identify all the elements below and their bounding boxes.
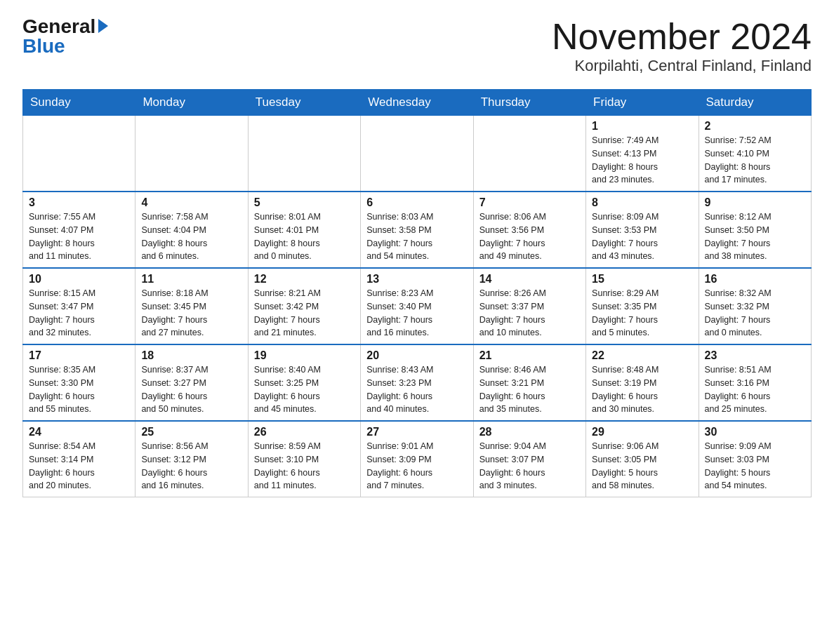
calendar-day-cell [23,116,135,192]
logo-general-text: General [22,17,95,36]
weekday-header-monday: Monday [135,90,248,116]
weekday-header-saturday: Saturday [699,90,811,116]
day-number: 23 [705,349,805,362]
day-info: Sunrise: 8:26 AM Sunset: 3:37 PM Dayligh… [479,287,580,340]
day-info: Sunrise: 8:06 AM Sunset: 3:56 PM Dayligh… [479,210,580,263]
day-number: 11 [141,273,241,286]
calendar-day-cell: 3Sunrise: 7:55 AM Sunset: 4:07 PM Daylig… [23,192,135,268]
calendar-day-cell: 17Sunrise: 8:35 AM Sunset: 3:30 PM Dayli… [23,344,135,421]
page-header: General Blue November 2024 Korpilahti, C… [22,17,812,75]
calendar-day-cell [473,116,585,192]
calendar-week-row: 1Sunrise: 7:49 AM Sunset: 4:13 PM Daylig… [23,116,812,192]
day-info: Sunrise: 8:29 AM Sunset: 3:35 PM Dayligh… [592,287,692,340]
day-info: Sunrise: 8:48 AM Sunset: 3:19 PM Dayligh… [592,363,692,416]
day-number: 14 [479,273,580,286]
calendar-day-cell: 13Sunrise: 8:23 AM Sunset: 3:40 PM Dayli… [361,268,473,344]
day-number: 19 [254,349,355,362]
day-number: 1 [592,120,692,133]
calendar-day-cell: 9Sunrise: 8:12 AM Sunset: 3:50 PM Daylig… [699,192,811,268]
day-info: Sunrise: 8:18 AM Sunset: 3:45 PM Dayligh… [141,287,241,340]
weekday-header-friday: Friday [586,90,699,116]
day-number: 6 [366,196,467,209]
calendar-table: SundayMondayTuesdayWednesdayThursdayFrid… [22,89,812,497]
day-info: Sunrise: 8:35 AM Sunset: 3:30 PM Dayligh… [29,363,129,416]
calendar-day-cell: 8Sunrise: 8:09 AM Sunset: 3:53 PM Daylig… [586,192,699,268]
calendar-day-cell: 6Sunrise: 8:03 AM Sunset: 3:58 PM Daylig… [361,192,473,268]
day-number: 28 [479,426,580,438]
day-number: 18 [141,349,241,362]
day-number: 12 [254,273,355,286]
calendar-week-row: 10Sunrise: 8:15 AM Sunset: 3:47 PM Dayli… [23,268,812,344]
day-info: Sunrise: 9:04 AM Sunset: 3:07 PM Dayligh… [479,440,580,492]
day-number: 22 [592,349,692,362]
calendar-day-cell: 23Sunrise: 8:51 AM Sunset: 3:16 PM Dayli… [699,344,811,421]
day-number: 16 [705,273,805,286]
day-info: Sunrise: 8:21 AM Sunset: 3:42 PM Dayligh… [254,287,355,340]
calendar-week-row: 17Sunrise: 8:35 AM Sunset: 3:30 PM Dayli… [23,344,812,421]
day-info: Sunrise: 8:56 AM Sunset: 3:12 PM Dayligh… [141,440,241,492]
day-number: 15 [592,273,692,286]
calendar-day-cell: 27Sunrise: 9:01 AM Sunset: 3:09 PM Dayli… [361,421,473,497]
day-number: 8 [592,196,692,209]
calendar-day-cell: 14Sunrise: 8:26 AM Sunset: 3:37 PM Dayli… [473,268,585,344]
calendar-day-cell: 24Sunrise: 8:54 AM Sunset: 3:14 PM Dayli… [23,421,135,497]
day-info: Sunrise: 7:49 AM Sunset: 4:13 PM Dayligh… [592,134,692,187]
day-info: Sunrise: 8:15 AM Sunset: 3:47 PM Dayligh… [29,287,129,340]
title-section: November 2024 Korpilahti, Central Finlan… [552,17,812,75]
weekday-header-row: SundayMondayTuesdayWednesdayThursdayFrid… [23,90,812,116]
calendar-day-cell: 28Sunrise: 9:04 AM Sunset: 3:07 PM Dayli… [473,421,585,497]
day-info: Sunrise: 8:43 AM Sunset: 3:23 PM Dayligh… [366,363,467,416]
calendar-day-cell [361,116,473,192]
day-info: Sunrise: 9:09 AM Sunset: 3:03 PM Dayligh… [705,440,805,492]
month-title: November 2024 [552,17,812,57]
weekday-header-wednesday: Wednesday [361,90,473,116]
day-number: 4 [141,196,241,209]
day-info: Sunrise: 7:58 AM Sunset: 4:04 PM Dayligh… [141,210,241,263]
calendar-day-cell: 20Sunrise: 8:43 AM Sunset: 3:23 PM Dayli… [361,344,473,421]
day-number: 17 [29,349,129,362]
day-info: Sunrise: 8:51 AM Sunset: 3:16 PM Dayligh… [705,363,805,416]
calendar-day-cell: 7Sunrise: 8:06 AM Sunset: 3:56 PM Daylig… [473,192,585,268]
day-number: 29 [592,426,692,438]
calendar-day-cell: 30Sunrise: 9:09 AM Sunset: 3:03 PM Dayli… [699,421,811,497]
calendar-day-cell: 22Sunrise: 8:48 AM Sunset: 3:19 PM Dayli… [586,344,699,421]
weekday-header-sunday: Sunday [23,90,135,116]
day-info: Sunrise: 8:12 AM Sunset: 3:50 PM Dayligh… [705,210,805,263]
day-number: 5 [254,196,355,209]
calendar-day-cell [135,116,248,192]
calendar-week-row: 3Sunrise: 7:55 AM Sunset: 4:07 PM Daylig… [23,192,812,268]
calendar-day-cell: 4Sunrise: 7:58 AM Sunset: 4:04 PM Daylig… [135,192,248,268]
calendar-day-cell: 5Sunrise: 8:01 AM Sunset: 4:01 PM Daylig… [248,192,360,268]
day-info: Sunrise: 8:32 AM Sunset: 3:32 PM Dayligh… [705,287,805,340]
day-info: Sunrise: 8:01 AM Sunset: 4:01 PM Dayligh… [254,210,355,263]
calendar-day-cell: 12Sunrise: 8:21 AM Sunset: 3:42 PM Dayli… [248,268,360,344]
calendar-day-cell: 19Sunrise: 8:40 AM Sunset: 3:25 PM Dayli… [248,344,360,421]
calendar-day-cell: 26Sunrise: 8:59 AM Sunset: 3:10 PM Dayli… [248,421,360,497]
day-number: 20 [366,349,467,362]
calendar-week-row: 24Sunrise: 8:54 AM Sunset: 3:14 PM Dayli… [23,421,812,497]
weekday-header-thursday: Thursday [473,90,585,116]
day-number: 3 [29,196,129,209]
day-number: 24 [29,426,129,438]
logo: General Blue [22,17,108,56]
day-number: 25 [141,426,241,438]
day-info: Sunrise: 8:37 AM Sunset: 3:27 PM Dayligh… [141,363,241,416]
calendar-day-cell: 11Sunrise: 8:18 AM Sunset: 3:45 PM Dayli… [135,268,248,344]
day-number: 2 [705,120,805,133]
day-info: Sunrise: 7:52 AM Sunset: 4:10 PM Dayligh… [705,134,805,187]
day-number: 10 [29,273,129,286]
day-info: Sunrise: 8:03 AM Sunset: 3:58 PM Dayligh… [366,210,467,263]
calendar-day-cell: 29Sunrise: 9:06 AM Sunset: 3:05 PM Dayli… [586,421,699,497]
location-title: Korpilahti, Central Finland, Finland [552,57,812,75]
day-number: 21 [479,349,580,362]
calendar-day-cell: 10Sunrise: 8:15 AM Sunset: 3:47 PM Dayli… [23,268,135,344]
day-info: Sunrise: 8:40 AM Sunset: 3:25 PM Dayligh… [254,363,355,416]
logo-blue-text: Blue [22,36,65,56]
weekday-header-tuesday: Tuesday [248,90,360,116]
day-info: Sunrise: 8:09 AM Sunset: 3:53 PM Dayligh… [592,210,692,263]
calendar-day-cell: 21Sunrise: 8:46 AM Sunset: 3:21 PM Dayli… [473,344,585,421]
day-number: 13 [366,273,467,286]
day-info: Sunrise: 8:54 AM Sunset: 3:14 PM Dayligh… [29,440,129,492]
day-number: 9 [705,196,805,209]
calendar-day-cell: 1Sunrise: 7:49 AM Sunset: 4:13 PM Daylig… [586,116,699,192]
